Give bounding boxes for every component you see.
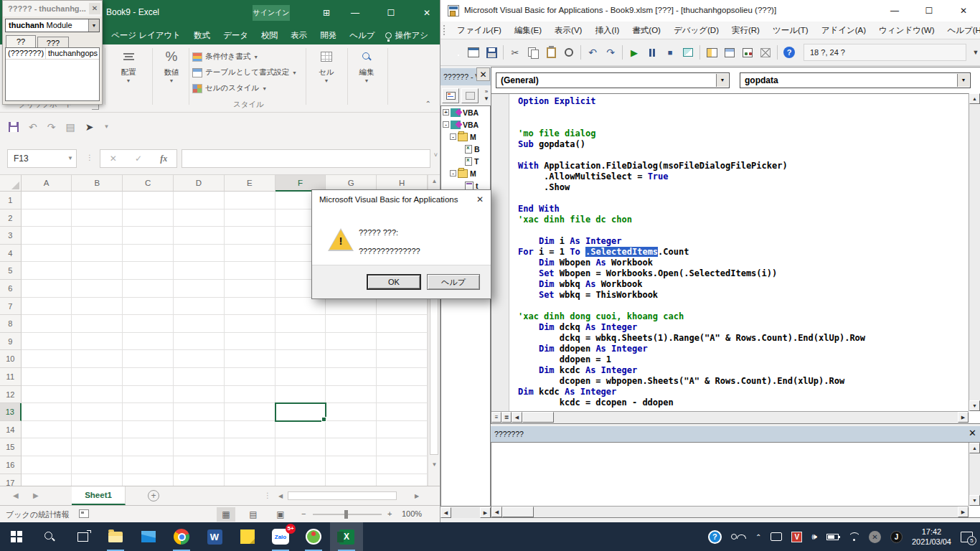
- cell[interactable]: [326, 438, 377, 456]
- close-icon[interactable]: ✕: [89, 3, 100, 14]
- cell[interactable]: [225, 209, 275, 227]
- cell[interactable]: [22, 386, 72, 404]
- cell[interactable]: [377, 368, 428, 386]
- cell[interactable]: [225, 298, 275, 316]
- cell[interactable]: [377, 298, 428, 316]
- cell[interactable]: [174, 227, 225, 245]
- row-header[interactable]: 12: [0, 386, 22, 404]
- tab-categorized[interactable]: ???: [37, 37, 69, 47]
- cell[interactable]: [72, 421, 123, 439]
- scroll-right-icon[interactable]: ▶: [412, 491, 422, 501]
- procedure-dropdown[interactable]: gopdata ▼: [740, 72, 971, 88]
- prev-sheet-icon[interactable]: ◀: [13, 491, 19, 499]
- vba-menu-item[interactable]: ファイル(F): [451, 23, 508, 38]
- cell[interactable]: [123, 262, 174, 280]
- help-button[interactable]: ヘルプ: [427, 274, 480, 290]
- save-icon[interactable]: [485, 46, 498, 59]
- help-icon[interactable]: ?: [783, 46, 796, 59]
- redo-icon[interactable]: ↷: [604, 46, 617, 59]
- cell[interactable]: [22, 403, 72, 421]
- scroll-right-icon[interactable]: ▶: [958, 507, 969, 517]
- cell[interactable]: [123, 209, 174, 227]
- coccoc-icon[interactable]: [297, 522, 330, 551]
- cell[interactable]: [174, 298, 225, 316]
- horizontal-scrollbar[interactable]: ◀ ▶: [275, 491, 423, 501]
- file-explorer-icon[interactable]: [99, 522, 132, 551]
- redo-icon[interactable]: ↷: [47, 121, 56, 133]
- cell[interactable]: [22, 245, 72, 263]
- cell[interactable]: [22, 456, 72, 474]
- cell[interactable]: [174, 209, 225, 227]
- cell[interactable]: [225, 421, 275, 439]
- normal-view-icon[interactable]: ▦: [217, 507, 235, 522]
- cell[interactable]: [225, 245, 275, 263]
- cell[interactable]: [22, 298, 72, 316]
- cell[interactable]: [72, 474, 123, 486]
- object-browser-icon[interactable]: [741, 46, 754, 59]
- signin-button[interactable]: サインイン: [253, 5, 290, 21]
- cell[interactable]: [22, 438, 72, 456]
- row-header[interactable]: 14: [0, 421, 22, 439]
- page-layout-view-icon[interactable]: ▤: [244, 507, 263, 522]
- sheet-tab-sheet1[interactable]: Sheet1: [72, 486, 126, 505]
- collapse-icon[interactable]: -: [450, 170, 456, 176]
- cell[interactable]: [123, 192, 174, 209]
- scroll-down-icon[interactable]: ▼: [969, 400, 980, 411]
- dropdown-icon[interactable]: ▼: [716, 74, 728, 87]
- cut-icon[interactable]: ✂: [509, 46, 522, 59]
- object-dropdown[interactable]: (General) ▼: [496, 72, 730, 88]
- cell[interactable]: [225, 438, 275, 456]
- toolbox-icon[interactable]: [759, 46, 772, 59]
- cell[interactable]: [275, 438, 326, 456]
- properties-window-icon[interactable]: [723, 46, 736, 59]
- confirm-entry-icon[interactable]: ✓: [135, 154, 142, 164]
- j-circle-icon[interactable]: J: [890, 531, 903, 543]
- row-header[interactable]: 7: [0, 298, 22, 316]
- cell[interactable]: [225, 192, 275, 209]
- cell[interactable]: [72, 209, 123, 227]
- margin-indicator-bar[interactable]: [491, 94, 509, 411]
- name-box-dropdown-icon[interactable]: ▼: [67, 150, 73, 167]
- ribbon-tab[interactable]: 校閲: [255, 26, 284, 44]
- close-button[interactable]: ✕: [415, 0, 439, 26]
- cell[interactable]: [123, 386, 174, 404]
- cell[interactable]: [22, 333, 72, 351]
- row-header[interactable]: 15: [0, 438, 22, 456]
- column-header[interactable]: D: [174, 175, 225, 192]
- cell[interactable]: [123, 438, 174, 456]
- formula-splitter[interactable]: ⋮: [86, 154, 94, 161]
- row-header[interactable]: 17: [0, 474, 22, 486]
- cell[interactable]: [174, 456, 225, 474]
- vba-menu-item[interactable]: 表示(V): [548, 23, 588, 38]
- chrome-icon[interactable]: [165, 522, 198, 551]
- cell[interactable]: [225, 315, 275, 333]
- cell[interactable]: [123, 421, 174, 439]
- cell[interactable]: [174, 474, 225, 486]
- cell[interactable]: [225, 386, 275, 404]
- cancel-entry-icon[interactable]: ✕: [110, 154, 117, 164]
- collapse-icon[interactable]: -: [443, 121, 449, 128]
- dropdown-icon[interactable]: ▼: [957, 74, 969, 87]
- cell[interactable]: [275, 386, 326, 404]
- project-hscrollbar[interactable]: ◀ ▶: [440, 507, 491, 518]
- cell[interactable]: [123, 403, 174, 421]
- row-header[interactable]: 16: [0, 456, 22, 474]
- design-mode-icon[interactable]: [682, 46, 694, 59]
- project-tree-item[interactable]: T: [441, 155, 490, 167]
- cell[interactable]: [275, 298, 326, 316]
- immediate-window-body[interactable]: ▲ ▼ ◀ ▶: [491, 442, 980, 518]
- close-icon[interactable]: ✕: [966, 427, 979, 441]
- cell[interactable]: [72, 245, 123, 263]
- people-icon[interactable]: [731, 534, 746, 540]
- insert-function-icon[interactable]: fx: [160, 154, 167, 164]
- cell[interactable]: [225, 280, 275, 298]
- cell[interactable]: [377, 474, 428, 486]
- conditional-formatting-button[interactable]: 条件付き書式▼: [192, 49, 307, 65]
- scroll-down-icon[interactable]: ▼: [969, 495, 980, 506]
- search-icon[interactable]: [33, 522, 66, 551]
- cell[interactable]: [22, 227, 72, 245]
- menubar-grip[interactable]: [443, 25, 446, 35]
- expand-formula-bar-icon[interactable]: ˅: [434, 151, 438, 159]
- ribbon-tab[interactable]: ヘルプ: [343, 26, 381, 44]
- cell[interactable]: [326, 298, 377, 316]
